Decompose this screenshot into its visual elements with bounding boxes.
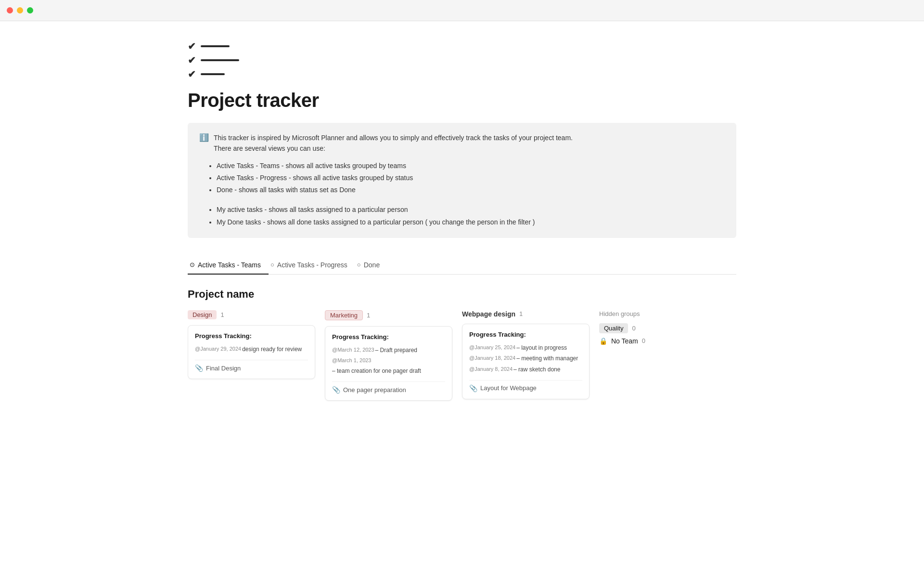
task-card-marketing[interactable]: Progress Tracking: @March 12, 2023 – Dra…: [325, 326, 452, 401]
no-team-count: 0: [642, 337, 645, 344]
hidden-groups-column: Hidden groups Quality 0 🔒 No Team 0: [599, 310, 695, 406]
tab-icon-progress: ○: [270, 261, 274, 268]
list-item: Active Tasks - Progress - shows all acti…: [217, 172, 725, 184]
task-footer-label-marketing: One pager preparation: [343, 386, 406, 394]
column-tag-webpage: Webpage design: [462, 310, 515, 318]
tab-label-done: Done: [364, 261, 380, 269]
tab-icon-done: ○: [357, 261, 361, 268]
task-card-design[interactable]: Progress Tracking: @January 29, 2024 des…: [188, 325, 315, 379]
tabs-bar: ⊙ Active Tasks - Teams ○ Active Tasks - …: [188, 257, 736, 275]
list-item: My active tasks - shows all tasks assign…: [217, 204, 725, 216]
hidden-groups-title: Hidden groups: [599, 310, 695, 317]
task-footer-webpage: 📎 Layout for Webpage: [469, 380, 582, 392]
task-text-w1: – layout in progress: [516, 343, 567, 353]
task-footer-label-webpage: Layout for Webpage: [480, 384, 537, 392]
hidden-group-quality[interactable]: Quality 0: [599, 323, 695, 333]
close-button[interactable]: [7, 7, 13, 13]
info-list: Active Tasks - Teams - shows all active …: [199, 160, 725, 228]
quality-badge: Quality: [599, 323, 628, 333]
hidden-group-no-team[interactable]: 🔒 No Team 0: [599, 337, 695, 345]
tab-label-progress: Active Tasks - Progress: [277, 261, 347, 269]
page-title: Project tracker: [188, 90, 736, 111]
task-updates-design: @January 29, 2024 design ready for revie…: [195, 344, 308, 354]
task-text-w3: – raw sketch done: [513, 365, 560, 374]
task-text: design ready for review: [242, 344, 302, 354]
quality-count: 0: [632, 325, 635, 332]
task-text-1: – Draft prepared: [375, 345, 417, 355]
task-card-webpage[interactable]: Progress Tracking: @January 25, 2024 – l…: [462, 324, 590, 399]
lock-icon: 🔒: [599, 337, 607, 345]
info-description: This tracker is inspired by Microsoft Pl…: [214, 134, 573, 142]
column-webpage: Webpage design 1 Progress Tracking: @Jan…: [462, 310, 590, 406]
task-date-2: @March 1, 2023: [332, 356, 372, 365]
attachment-icon: 📎: [195, 364, 203, 372]
column-marketing: Marketing 1 Progress Tracking: @March 12…: [325, 310, 452, 406]
kanban-board: Design 1 Progress Tracking: @January 29,…: [188, 310, 736, 406]
info-icon: ℹ️: [199, 133, 209, 142]
attachment-icon-webpage: 📎: [469, 384, 477, 392]
column-count-webpage: 1: [519, 310, 523, 317]
board-section-title: Project name: [188, 288, 736, 301]
tab-done[interactable]: ○ Done: [355, 257, 387, 275]
tab-active-tasks-progress[interactable]: ○ Active Tasks - Progress: [269, 257, 355, 275]
task-date-1: @March 12, 2023: [332, 345, 374, 355]
task-updates-marketing: @March 12, 2023 – Draft prepared @March …: [332, 345, 445, 376]
task-date-w2: @January 18, 2024: [469, 354, 515, 363]
attachment-icon-marketing: 📎: [332, 386, 340, 394]
info-description2: There are several views you can use:: [214, 144, 325, 152]
titlebar: [0, 0, 924, 21]
list-item: My Done tasks - shows all done tasks ass…: [217, 216, 725, 228]
no-team-label: No Team: [611, 337, 638, 345]
task-title-webpage: Progress Tracking:: [469, 331, 582, 338]
column-header-marketing: Marketing 1: [325, 310, 452, 320]
task-title-marketing: Progress Tracking:: [332, 333, 445, 341]
column-count-marketing: 1: [367, 312, 370, 319]
column-design: Design 1 Progress Tracking: @January 29,…: [188, 310, 315, 406]
task-footer-design: 📎 Final Design: [195, 360, 308, 372]
task-date-w3: @January 8, 2024: [469, 365, 513, 374]
task-footer-label: Final Design: [206, 365, 241, 372]
column-header-webpage: Webpage design 1: [462, 310, 590, 318]
task-title-design: Progress Tracking:: [195, 332, 308, 340]
info-box: ℹ️ This tracker is inspired by Microsoft…: [188, 123, 736, 238]
page-content: ✔ ✔ ✔ Project tracker ℹ️ This tracker is…: [149, 21, 775, 434]
task-date-w1: @January 25, 2024: [469, 343, 515, 353]
list-item: Active Tasks - Teams - shows all active …: [217, 160, 725, 172]
task-text-w2: – meeting with manager: [516, 354, 578, 363]
column-count-design: 1: [220, 311, 224, 318]
tab-active-tasks-teams[interactable]: ⊙ Active Tasks - Teams: [188, 257, 269, 275]
list-item: Done - shows all tasks with status set a…: [217, 184, 725, 196]
tab-icon-teams: ⊙: [190, 261, 195, 268]
task-footer-marketing: 📎 One pager preparation: [332, 381, 445, 394]
page-icon: ✔ ✔ ✔: [188, 40, 736, 80]
tab-label-teams: Active Tasks - Teams: [198, 261, 261, 269]
maximize-button[interactable]: [27, 7, 33, 13]
column-tag-marketing: Marketing: [325, 310, 363, 320]
column-header-design: Design 1: [188, 310, 315, 319]
task-date: @January 29, 2024: [195, 344, 241, 354]
task-updates-webpage: @January 25, 2024 – layout in progress @…: [469, 343, 582, 374]
minimize-button[interactable]: [17, 7, 23, 13]
task-text-2: – team creation for one pager draft: [332, 366, 421, 376]
column-tag-design: Design: [188, 310, 217, 319]
